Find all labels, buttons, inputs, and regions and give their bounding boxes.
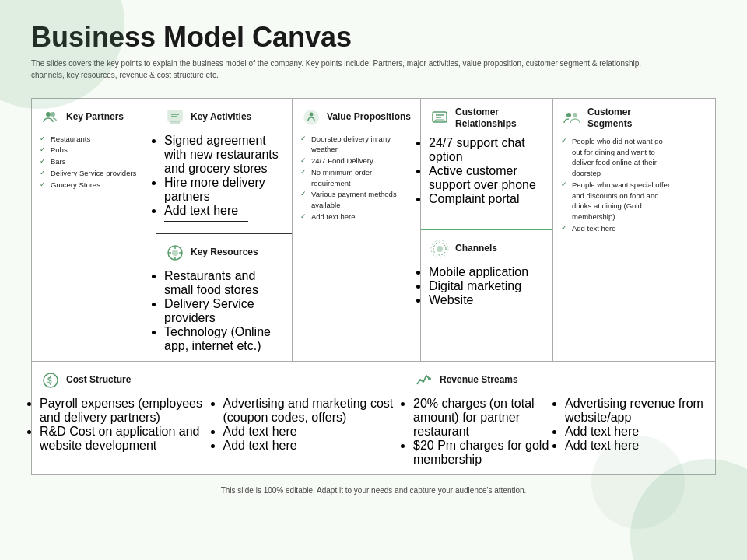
- revenue-streams-title: Revenue Streams: [440, 374, 518, 387]
- list-item: Digital marketing: [429, 279, 545, 293]
- list-item: Website: [429, 293, 545, 307]
- list-item: 20% charges (on total amount) for partne…: [413, 397, 556, 439]
- channels-title: Channels: [455, 243, 497, 255]
- page-wrapper: Business Model Canvas The slides covers …: [0, 0, 747, 560]
- list-item: Grocery Stores: [40, 180, 148, 191]
- key-partners-header: Key Partners: [40, 107, 148, 128]
- customer-relationships-list: 24/7 support chat option Active customer…: [429, 136, 545, 206]
- svg-point-7: [172, 250, 178, 256]
- block-cost-structure: $ Cost Structure Payroll expenses (emplo…: [32, 362, 405, 474]
- key-resources-icon: [164, 242, 186, 264]
- list-item: Delivery Service providers: [40, 168, 148, 179]
- value-propositions-list: Doorstep delivery in any weather 24/7 Fo…: [300, 134, 412, 222]
- key-partners-icon: [40, 107, 61, 128]
- cost-left: Payroll expenses (employees and delivery…: [40, 397, 220, 453]
- list-item: $20 Pm charges for gold membership: [413, 439, 556, 467]
- svg-point-19: [573, 113, 577, 117]
- list-item: Add text here: [300, 212, 412, 222]
- customer-relationships-title: Customer Relationships: [455, 107, 545, 131]
- cost-right: Advertising and marketing cost (coupon c…: [220, 397, 398, 453]
- svg-point-15: [437, 246, 443, 252]
- list-item: Various payment methods available: [300, 189, 412, 211]
- list-item: No minimum order requirement: [300, 167, 412, 189]
- list-item: Complaint portal: [429, 192, 545, 206]
- cost-right-list: Advertising and marketing cost (coupon c…: [223, 397, 398, 453]
- customer-segments-title: Customer Segments: [587, 107, 674, 131]
- list-item: Payroll expenses (employees and delivery…: [40, 397, 214, 425]
- key-activities-list: Signed agreement with new restaurants an…: [164, 134, 284, 218]
- list-item: Add text here: [223, 425, 398, 439]
- key-resources-list: Restaurants and small food stores Delive…: [164, 269, 284, 353]
- channels-header: Channels: [429, 238, 545, 260]
- key-partners-list: Restaurants Pubs Bars Delivery Service p…: [40, 134, 148, 191]
- list-item: 24/7 support chat option: [429, 136, 545, 164]
- list-item: Advertising revenue from website/app: [565, 397, 707, 425]
- svg-point-22: [428, 377, 431, 380]
- svg-rect-2: [168, 110, 182, 121]
- col-activities-resources: Key Activities Signed agreement with new…: [156, 99, 293, 361]
- list-item: Doorstep delivery in any weather: [300, 134, 412, 156]
- block-customer-segments: Customer Segments People who did not wan…: [553, 99, 682, 361]
- revenue-streams-header: Revenue Streams: [413, 369, 707, 391]
- top-section: Key Partners Restaurants Pubs Bars Deliv…: [32, 99, 715, 362]
- cost-structure-header: $ Cost Structure: [40, 369, 397, 391]
- list-item: Add text here: [164, 204, 284, 218]
- customer-segments-header: Customer Segments: [561, 107, 674, 131]
- list-item: Active customer support over phone: [429, 164, 545, 192]
- list-item: Add text here: [565, 425, 707, 439]
- customer-segments-list: People who did not want go out for dinin…: [561, 136, 674, 234]
- revenue-right: Advertising revenue from website/app Add…: [562, 397, 707, 467]
- bg-circle-tl: [0, 0, 124, 109]
- svg-point-18: [566, 113, 571, 117]
- block-key-partners: Key Partners Restaurants Pubs Bars Deliv…: [32, 99, 156, 361]
- key-resources-title: Key Resources: [191, 247, 258, 259]
- svg-text:$: $: [47, 376, 52, 385]
- value-propositions-icon: [300, 107, 322, 128]
- list-item: R&D Cost on application and website deve…: [40, 425, 214, 453]
- page-subtitle: The slides covers the key points to expl…: [31, 58, 669, 81]
- list-item: People who want special offer and discou…: [561, 180, 674, 222]
- cost-structure-icon: $: [40, 369, 61, 391]
- customer-relationships-icon: [429, 107, 451, 129]
- value-propositions-header: Value Propositions: [300, 107, 412, 128]
- block-key-activities: Key Activities Signed agreement with new…: [156, 99, 292, 234]
- cost-structure-inner: Payroll expenses (employees and delivery…: [40, 397, 397, 453]
- svg-point-1: [51, 112, 55, 117]
- list-item: 24/7 Food Delivery: [300, 156, 412, 166]
- canvas-grid: Key Partners Restaurants Pubs Bars Deliv…: [31, 98, 716, 475]
- list-item: Technology (Online app, internet etc.): [164, 325, 284, 353]
- block-value-propositions: Value Propositions Doorstep delivery in …: [293, 99, 421, 361]
- key-activities-header: Key Activities: [164, 107, 284, 128]
- footer-text: This slide is 100% editable. Adapt it to…: [31, 486, 716, 495]
- revenue-streams-inner: 20% charges (on total amount) for partne…: [413, 397, 707, 467]
- col-cr-channels: Customer Relationships 24/7 support chat…: [421, 99, 553, 361]
- svg-point-13: [310, 112, 314, 116]
- list-item: Restaurants: [40, 134, 148, 145]
- customer-relationships-header: Customer Relationships: [429, 107, 545, 131]
- block-revenue-streams: Revenue Streams 20% charges (on total am…: [405, 362, 715, 474]
- list-item: Add text here: [561, 223, 674, 234]
- list-item: Restaurants and small food stores: [164, 269, 284, 297]
- page-title: Business Model Canvas: [31, 22, 716, 53]
- list-item: People who did not want go out for dinin…: [561, 136, 674, 179]
- list-item: Add text here: [565, 439, 707, 453]
- list-item: Mobile application: [429, 265, 545, 279]
- list-item: Hire more delivery partners: [164, 176, 284, 204]
- svg-point-0: [46, 112, 51, 117]
- key-activities-icon: [164, 107, 186, 128]
- cost-structure-title: Cost Structure: [66, 374, 131, 387]
- activities-divider: [164, 221, 248, 222]
- key-resources-header: Key Resources: [164, 242, 284, 264]
- list-item: Advertising and marketing cost (coupon c…: [223, 397, 398, 425]
- revenue-left-list: 20% charges (on total amount) for partne…: [413, 397, 556, 467]
- list-item: Pubs: [40, 145, 148, 156]
- channels-list: Mobile application Digital marketing Web…: [429, 265, 545, 307]
- svg-rect-5: [170, 121, 180, 124]
- key-partners-title: Key Partners: [66, 111, 124, 124]
- block-key-resources: Key Resources Restaurants and small food…: [156, 234, 292, 361]
- list-item: Bars: [40, 156, 148, 167]
- list-item: Signed agreement with new restaurants an…: [164, 134, 284, 176]
- revenue-left: 20% charges (on total amount) for partne…: [413, 397, 562, 467]
- channels-icon: [429, 238, 451, 260]
- revenue-streams-icon: [413, 369, 435, 391]
